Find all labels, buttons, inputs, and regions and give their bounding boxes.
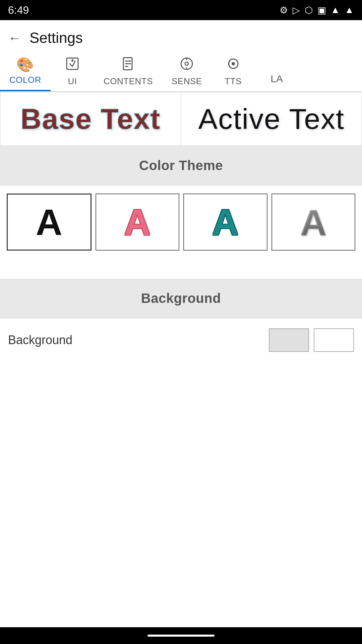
color-icon: 🎨	[16, 56, 34, 73]
background-section-header: Background	[0, 279, 362, 318]
back-button[interactable]: ←	[8, 31, 21, 46]
theme-letter-black: A	[36, 204, 62, 240]
svg-marker-2	[71, 59, 74, 61]
tab-color-label: COLOR	[9, 75, 41, 85]
svg-point-12	[232, 62, 235, 65]
swatch-white[interactable]	[314, 328, 354, 352]
theme-option-gradient[interactable]: A	[272, 194, 356, 251]
background-section: Background Background	[0, 279, 362, 362]
status-time: 6:49	[8, 4, 29, 16]
theme-option-black[interactable]: A	[7, 194, 92, 251]
contents-icon	[121, 57, 135, 74]
gear-icon: ⚙	[280, 5, 288, 16]
tab-bar: 🎨 COLOR UI CONTENTS	[0, 53, 362, 92]
theme-letter-gradient: A	[300, 201, 326, 244]
tab-tts[interactable]: TTS	[212, 53, 255, 91]
color-swatch-group	[269, 328, 354, 352]
tab-color[interactable]: 🎨 COLOR	[0, 53, 51, 91]
signal-icon: ▲	[345, 5, 354, 15]
color-theme-options: A A A A	[0, 185, 362, 259]
active-text: Active Text	[198, 102, 345, 136]
color-theme-section-header: Color Theme	[0, 146, 362, 185]
tab-contents[interactable]: CONTENTS	[94, 53, 162, 91]
swatch-gray[interactable]	[269, 328, 309, 352]
person-icon: ⬡	[305, 5, 313, 16]
tts-icon	[226, 57, 240, 74]
base-text: Base Text	[20, 102, 161, 136]
bottom-indicator	[147, 635, 215, 637]
svg-point-8	[185, 62, 188, 65]
tab-tts-label: TTS	[225, 76, 242, 87]
status-icons: ⚙ ▷ ⬡ ▣ ▲ ▲	[280, 5, 354, 16]
ui-icon	[65, 57, 79, 74]
tab-sense[interactable]: SENSE	[162, 53, 212, 91]
la-icon: LA	[270, 73, 283, 85]
text-preview: Base Text Active Text	[0, 92, 362, 146]
tab-sense-label: SENSE	[172, 76, 202, 87]
tab-la[interactable]: LA	[255, 70, 299, 91]
sense-icon	[180, 57, 194, 74]
play-icon: ▷	[293, 5, 300, 16]
status-bar: 6:49 ⚙ ▷ ⬡ ▣ ▲ ▲	[0, 0, 362, 20]
tab-ui-label: UI	[68, 76, 77, 87]
theme-option-teal[interactable]: A	[183, 194, 267, 251]
bottom-bar	[0, 627, 362, 644]
color-theme-title: Color Theme	[139, 158, 223, 173]
theme-option-pink[interactable]: A	[96, 194, 180, 251]
preview-base[interactable]: Base Text	[0, 92, 181, 146]
background-title: Background	[141, 291, 221, 306]
preview-active[interactable]: Active Text	[181, 92, 362, 146]
sim-icon: ▣	[317, 5, 326, 16]
wifi-icon: ▲	[331, 5, 340, 15]
tab-contents-label: CONTENTS	[104, 76, 153, 87]
page-title: Settings	[29, 30, 83, 46]
background-row: Background	[0, 318, 362, 362]
theme-letter-teal: A	[212, 204, 239, 240]
background-row-label: Background	[8, 333, 269, 347]
tab-ui[interactable]: UI	[51, 53, 94, 91]
header: ← Settings	[0, 20, 362, 53]
theme-letter-pink: A	[124, 204, 150, 240]
